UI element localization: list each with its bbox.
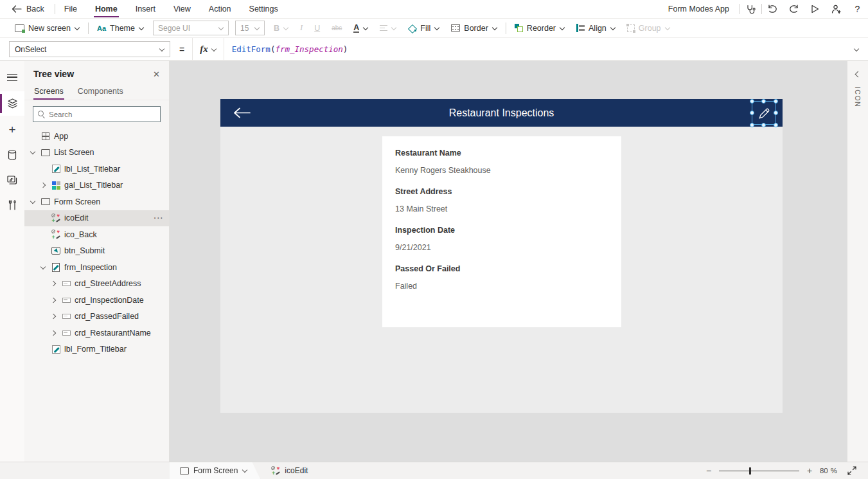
tab-components[interactable]: Components [77,84,124,100]
rail-insert-button[interactable]: + [0,119,24,141]
app-titlebar[interactable]: Restaurant Inspections [220,99,783,127]
inspection-form[interactable]: Restaurant Name Kenny Rogers Steakhouse … [382,136,621,327]
font-family-select[interactable]: Segoe UI [153,21,229,35]
tree-item-btn_Submit[interactable]: btn_Submit [24,243,169,260]
formula-input[interactable]: EditForm(frm_Inspection) [232,44,854,54]
tree-chevron-icon[interactable] [28,132,37,141]
menu-item-action[interactable]: Action [200,0,240,19]
tree-item-Form-Screen[interactable]: Form Screen [24,194,169,210]
zoom-slider[interactable] [719,467,799,475]
formula-expand-chevron[interactable] [854,47,859,52]
form-field-inspection-date[interactable]: Inspection Date 9/21/2021 [382,226,621,252]
zoom-out-button[interactable]: − [705,465,713,476]
menu-item-file[interactable]: File [55,0,86,19]
preview-button[interactable] [804,0,826,19]
fx-button[interactable]: fx [192,38,224,61]
tree-chevron-icon[interactable] [39,165,48,174]
italic-button[interactable]: I [294,19,308,38]
panel-vertical-label[interactable]: ICON [854,87,862,107]
align-button[interactable]: Align [571,19,621,38]
share-button[interactable] [826,0,847,19]
screen-selector[interactable]: Form Screen [170,462,260,479]
menu-item-view[interactable]: View [164,0,200,19]
new-screen-button[interactable]: New screen [9,19,85,38]
card-icon [61,328,71,338]
app-screen[interactable]: Restaurant Inspections Restaurant Nam [220,99,783,413]
tree-chevron-icon[interactable] [39,230,48,239]
font-size-select[interactable]: 15 [235,21,265,35]
tree-item-crd_InspectionDate[interactable]: crd_InspectionDate [24,292,169,309]
redo-button[interactable] [783,0,804,19]
tree-item-ico_Back[interactable]: ♥+ ico_Back [24,226,169,243]
tree-item-crd_RestaurantName[interactable]: crd_RestaurantName [24,325,169,341]
tree-chevron-icon[interactable] [39,345,48,354]
tree-chevron-icon[interactable] [49,279,58,288]
font-color-button[interactable]: A [348,19,374,38]
form-field-street-address[interactable]: Street Address 13 Main Street [382,187,621,213]
tree-item-lbl_Form_Titlebar[interactable]: lbl_Form_Titlebar [24,341,169,358]
group-button[interactable]: Group [621,19,676,38]
tree-chevron-icon[interactable] [49,329,58,338]
tree-chevron-icon[interactable] [28,148,37,157]
tree-item-frm_Inspection[interactable]: frm_Inspection [24,259,169,276]
tree-chevron-icon[interactable] [49,296,58,305]
selection-handle[interactable] [761,123,766,127]
tree-item-App[interactable]: App [24,128,169,145]
tree-item-icoEdit[interactable]: ♥+ icoEdit ··· [24,210,169,227]
selected-control-crumb[interactable]: ♥+ icoEdit [270,465,308,476]
tree-chevron-icon[interactable] [49,312,58,321]
tree-item-crd_PassedFailed[interactable]: crd_PassedFailed [24,309,169,325]
tree-chevron-icon[interactable] [39,181,48,190]
tree-item-List-Screen[interactable]: List Screen [24,145,169,161]
back-button[interactable]: Back [0,5,55,14]
underline-button[interactable]: U [308,19,326,38]
selection-handle[interactable] [750,99,754,104]
tree-chevron-icon[interactable] [39,213,48,222]
menu-item-home[interactable]: Home [86,0,127,19]
selection-handle[interactable] [774,99,778,104]
form-field-restaurant-name[interactable]: Restaurant Name Kenny Rogers Steakhouse [382,149,621,175]
selection-handle[interactable] [750,123,754,127]
search-input[interactable] [49,111,155,118]
menu-item-settings[interactable]: Settings [240,0,287,19]
tree-chevron-icon[interactable] [28,197,37,206]
selection-handle[interactable] [761,99,766,104]
tab-screens[interactable]: Screens [33,84,64,100]
selection-handle[interactable] [774,123,778,127]
rail-tree-view-button[interactable] [0,91,24,116]
fullscreen-button[interactable] [847,466,856,475]
zoom-in-button[interactable]: + [806,465,813,476]
border-button[interactable]: Border [445,19,503,38]
more-options-button[interactable]: ··· [154,214,164,222]
tree-chevron-icon[interactable] [39,246,48,255]
zoom-slider-thumb[interactable] [749,467,751,474]
form-field-passed-or-failed[interactable]: Passed Or Failed Failed [382,264,621,291]
fill-button[interactable]: Fill [402,19,445,38]
theme-button[interactable]: Aa Theme [91,19,150,38]
rail-menu-button[interactable] [0,66,24,88]
app-checker-button[interactable] [740,0,761,19]
menu-item-insert[interactable]: Insert [127,0,164,19]
expand-panel-chevron[interactable] [853,70,862,79]
close-panel-button[interactable]: ✕ [153,69,160,79]
edit-icon-selected[interactable] [752,101,775,125]
tree-item-crd_StreetAddress[interactable]: crd_StreetAddress [24,276,169,293]
strikethrough-button[interactable]: abc [326,19,348,38]
rail-advanced-tools-button[interactable] [0,194,24,216]
tree-chevron-icon[interactable] [39,263,48,272]
reorder-button[interactable]: Reorder [509,19,571,38]
canvas-title-label[interactable]: Restaurant Inspections [220,107,783,119]
selection-handle[interactable] [750,111,754,115]
undo-button[interactable] [762,0,783,19]
rail-data-button[interactable] [0,144,24,166]
canvas-back-arrow-icon[interactable] [233,107,251,121]
help-button[interactable]: ? [847,0,868,19]
selection-handle[interactable] [774,111,778,115]
property-select[interactable]: OnSelect [9,41,170,57]
tree-item-gal_List_Titlebar[interactable]: gal_List_Titlebar [24,177,169,194]
bold-button[interactable]: B [268,19,294,38]
rail-media-button[interactable] [0,169,24,191]
tree-search-box[interactable] [33,106,161,122]
text-align-button[interactable] [374,19,402,38]
tree-item-lbl_List_Titlebar[interactable]: lbl_List_Titlebar [24,161,169,177]
